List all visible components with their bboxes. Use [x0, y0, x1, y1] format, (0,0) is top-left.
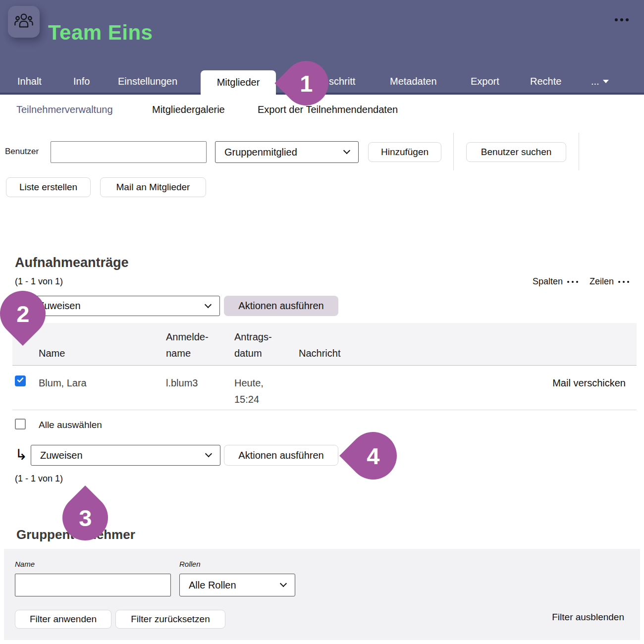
filter-name-input[interactable] [15, 574, 171, 596]
divider [453, 133, 454, 170]
callout-2-number: 2 [16, 300, 29, 327]
tab-mitglieder-label: Mitglieder [217, 77, 260, 88]
tab-inhalt[interactable]: Inhalt [17, 76, 42, 87]
requests-count: (1 - 1 von 1) [15, 276, 63, 287]
table-row [12, 366, 637, 410]
bottom-aktionen-ausfuehren-button[interactable]: Aktionen ausführen [224, 445, 338, 466]
chevron-down-icon [603, 80, 609, 83]
tab-mitglieder-active[interactable]: Mitglieder [201, 70, 276, 95]
filter-ausblenden-link[interactable]: Filter ausblenden [552, 612, 624, 623]
filter-anwenden-button[interactable]: Filter anwenden [15, 610, 111, 629]
columns-menu[interactable]: Spalten [533, 276, 578, 287]
columns-label: Spalten [533, 276, 563, 287]
cell-name: Blum, Lara [39, 375, 87, 391]
requests-bottom-count: (1 - 1 von 1) [15, 474, 63, 484]
filter-zuruecksetzen-button[interactable]: Filter zurücksetzen [115, 610, 225, 629]
tab-overflow-menu[interactable]: ... [591, 76, 609, 87]
role-select-value: Gruppenmitglied [224, 147, 297, 158]
col-header-nachricht[interactable]: Nachricht [299, 345, 340, 362]
chevron-down-icon [280, 580, 287, 587]
select-all-checkbox[interactable] [15, 419, 26, 429]
callout-3-number: 3 [79, 504, 92, 532]
liste-erstellen-button[interactable]: Liste erstellen [6, 177, 91, 197]
divider [579, 133, 579, 170]
rollen-select[interactable]: Alle Rollen [179, 574, 295, 596]
benutzer-input[interactable] [51, 141, 207, 163]
mail-an-mitglieder-button[interactable]: Mail an Mitglieder [100, 177, 206, 197]
group-avatar [8, 6, 40, 38]
chevron-down-icon [343, 147, 350, 154]
top-action-select[interactable]: Zuweisen [29, 296, 220, 316]
col-header-anmeldename[interactable]: Anmelde- name [166, 329, 209, 362]
subtab-mitgliedergalerie[interactable]: Mitgliedergalerie [152, 104, 225, 115]
group-icon [13, 10, 34, 33]
apply-to-selection-arrow-icon: ↳ [15, 447, 27, 462]
subtab-export-teilnehmendendaten[interactable]: Export der Teilnehmendendaten [258, 104, 398, 115]
requests-section-title: Aufnahmeanträge [15, 255, 129, 270]
bottom-action-select-value: Zuweisen [40, 450, 83, 461]
row-checkbox-checked[interactable] [15, 376, 26, 386]
chevron-down-icon [205, 450, 212, 457]
callout-4-pin: 4 [339, 422, 407, 489]
overflow-label: ... [591, 76, 599, 87]
page: Team Eins Inhalt Info Einstellungen Mitg… [0, 0, 644, 644]
filter-rollen-label: Rollen [179, 560, 201, 568]
tab-rechte[interactable]: Rechte [530, 76, 561, 87]
rows-label: Zeilen [590, 276, 614, 287]
subtab-teilnehmerverwaltung[interactable]: Teilnehmerverwaltung [16, 104, 113, 115]
tab-einstellungen[interactable]: Einstellungen [118, 76, 177, 87]
callout-1-number: 1 [300, 70, 313, 97]
cell-login: l.blum3 [166, 375, 198, 391]
filter-name-label: Name [15, 560, 35, 568]
role-select[interactable]: Gruppenmitglied [215, 141, 359, 163]
bottom-action-select[interactable]: Zuweisen [31, 445, 220, 466]
rows-menu[interactable]: Zeilen [590, 276, 629, 287]
tab-info[interactable]: Info [73, 76, 90, 87]
benutzer-label: Benutzer [5, 147, 39, 157]
hinzufuegen-button[interactable]: Hinzufügen [368, 142, 441, 162]
checkmark-icon [16, 376, 24, 386]
tab-export[interactable]: Export [471, 76, 499, 87]
rows-menu-icon [618, 281, 629, 283]
benutzer-suchen-button[interactable]: Benutzer suchen [466, 142, 566, 162]
tab-lernfortschritt-partial[interactable]: schritt [329, 76, 355, 87]
page-title: Team Eins [48, 21, 153, 45]
columns-menu-icon [567, 281, 578, 283]
mail-verschicken-link[interactable]: Mail verschicken [552, 375, 626, 391]
col-header-antragsdatum[interactable]: Antrags- datum [234, 329, 272, 362]
rollen-select-value: Alle Rollen [189, 580, 236, 591]
top-aktionen-ausfuehren-button[interactable]: Aktionen ausführen [224, 296, 338, 316]
col-header-name[interactable]: Name [39, 345, 65, 362]
header-more-options-icon[interactable] [615, 18, 629, 21]
cell-date: Heute, 15:24 [234, 375, 264, 408]
header: Team Eins [0, 0, 644, 69]
tab-metadaten[interactable]: Metadaten [390, 76, 437, 87]
chevron-down-icon [205, 301, 212, 308]
select-all-label: Alle auswählen [39, 420, 102, 430]
callout-4-number: 4 [367, 442, 379, 470]
